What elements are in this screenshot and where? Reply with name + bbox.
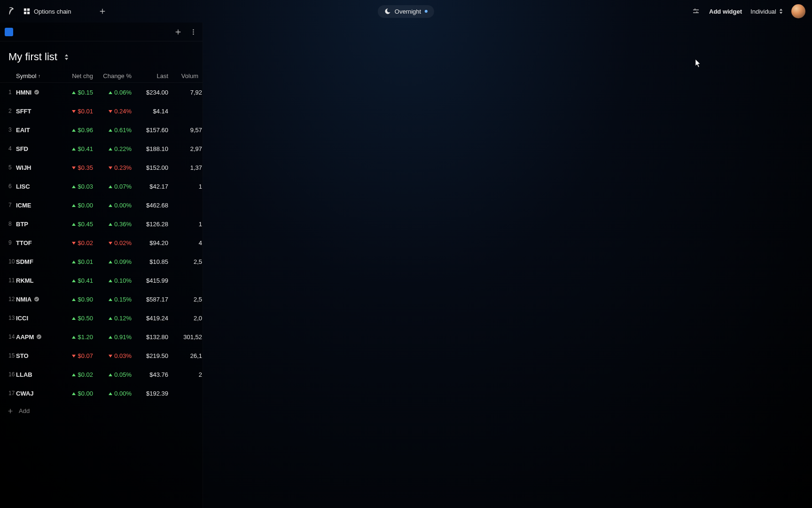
row-index: 1: [0, 89, 16, 95]
table-row[interactable]: 1HMNI$0.150.06%$234.007,92: [0, 83, 203, 102]
table-row[interactable]: 15STO$0.070.03%$219.5026,1: [0, 346, 203, 365]
add-symbol-button[interactable]: Add: [0, 403, 203, 419]
row-netchg: $0.15: [72, 89, 97, 96]
col-header-symbol[interactable]: Symbol ↑: [16, 72, 60, 79]
add-widget-button[interactable]: Add widget: [709, 8, 742, 15]
row-volume: 2,0: [194, 315, 202, 322]
row-volume: 2,5: [194, 296, 202, 303]
row-index: 12: [0, 296, 16, 302]
row-symbol: BTP: [16, 221, 60, 228]
list-header: My first list: [0, 41, 203, 70]
row-last: $587.17: [146, 296, 172, 303]
new-tab-button[interactable]: [97, 6, 108, 17]
row-netchg: $0.01: [72, 258, 97, 265]
row-index: 17: [0, 390, 16, 397]
table-row[interactable]: 16LLAB$0.020.05%$43.762: [0, 365, 203, 384]
row-symbol: SFD: [16, 145, 60, 152]
add-label: Add: [19, 407, 30, 414]
row-volume: 1,37: [190, 164, 202, 171]
row-symbol: ICCI: [16, 315, 60, 322]
table-row[interactable]: 11RKML$0.410.10%$415.99: [0, 271, 203, 290]
row-changepct: 0.06%: [109, 89, 135, 96]
table-row[interactable]: 5WIJH$0.350.23%$152.001,37: [0, 158, 203, 177]
table-row[interactable]: 2SFFT$0.010.24%$4.14: [0, 102, 203, 120]
row-index: 13: [0, 315, 16, 321]
col-header-changepct[interactable]: Change %: [103, 72, 135, 79]
col-header-last[interactable]: Last: [156, 72, 172, 79]
row-changepct: 0.23%: [109, 164, 135, 171]
row-last: $419.24: [146, 315, 172, 322]
tab-options-chain[interactable]: Options chain: [23, 8, 71, 15]
row-netchg: $0.00: [72, 390, 97, 397]
row-last: $132.80: [146, 333, 172, 341]
row-last: $192.39: [146, 390, 172, 397]
row-volume: 2,5: [194, 258, 202, 265]
row-netchg: $0.45: [72, 221, 97, 228]
row-symbol: AAPM: [16, 333, 60, 341]
table-row[interactable]: 4SFD$0.410.22%$188.102,97: [0, 139, 203, 158]
table-row[interactable]: 14AAPM$1.200.91%$132.80301,52: [0, 327, 203, 346]
app-logo-icon[interactable]: [7, 6, 17, 16]
row-changepct: 0.91%: [109, 333, 135, 341]
list-title: My first list: [8, 51, 57, 63]
col-header-volume[interactable]: Volum: [181, 72, 202, 79]
svg-point-4: [193, 29, 194, 30]
row-last: $10.85: [149, 258, 172, 265]
table-row[interactable]: 9TTOF$0.020.02%$94.204: [0, 233, 203, 252]
row-netchg: $1.20: [72, 333, 97, 341]
row-symbol: WIJH: [16, 164, 60, 171]
topbar-right: Add widget Individual: [691, 4, 805, 18]
row-netchg: $0.01: [72, 108, 97, 115]
svg-rect-3: [27, 12, 30, 14]
grid-icon: [23, 8, 30, 15]
row-changepct: 0.07%: [109, 183, 135, 190]
row-volume: 9,57: [190, 127, 202, 134]
row-index: 9: [0, 239, 16, 246]
market-session-chip[interactable]: Overnight: [378, 5, 434, 18]
account-selector[interactable]: Individual: [750, 8, 783, 15]
row-index: 6: [0, 183, 16, 190]
row-index: 15: [0, 352, 16, 359]
row-index: 11: [0, 277, 16, 284]
table-row[interactable]: 12NMIA$0.900.15%$587.172,5: [0, 290, 203, 309]
table-row[interactable]: 17CWAJ$0.000.00%$192.39: [0, 384, 203, 403]
row-last: $234.00: [146, 89, 172, 96]
verified-icon: [37, 334, 41, 339]
session-label: Overnight: [395, 8, 421, 15]
table-row[interactable]: 8BTP$0.450.36%$126.281: [0, 214, 203, 233]
table-row[interactable]: 6LISC$0.030.07%$42.171: [0, 177, 203, 196]
panel-tabstrip: [0, 23, 203, 41]
table-row[interactable]: 13ICCI$0.500.12%$419.242,0: [0, 309, 203, 327]
row-last: $43.76: [149, 371, 172, 378]
table-row[interactable]: 10SDMF$0.010.09%$10.852,5: [0, 252, 203, 271]
topbar: Options chain Overnight Add widget Indiv…: [0, 0, 812, 23]
row-netchg: $0.41: [72, 277, 97, 284]
list-selector-button[interactable]: [62, 52, 71, 62]
row-volume: 7,92: [190, 89, 202, 96]
row-changepct: 0.24%: [109, 108, 135, 115]
row-last: $4.14: [153, 108, 172, 115]
col-header-netchg[interactable]: Net chg: [72, 72, 97, 79]
row-symbol: STO: [16, 352, 60, 359]
row-symbol: RKML: [16, 277, 60, 284]
row-last: $126.28: [146, 221, 172, 228]
row-last: $188.10: [146, 145, 172, 152]
panel-add-button[interactable]: [173, 27, 183, 37]
table-row[interactable]: 3EAIT$0.960.61%$157.609,57: [0, 120, 203, 139]
avatar[interactable]: [791, 4, 805, 18]
row-symbol: SDMF: [16, 258, 60, 265]
row-volume: 301,52: [183, 333, 202, 341]
sort-asc-icon: ↑: [38, 73, 40, 79]
svg-point-6: [193, 33, 194, 34]
row-changepct: 0.05%: [109, 371, 135, 378]
table-row[interactable]: 7ICME$0.000.00%$462.68: [0, 196, 203, 214]
row-last: $157.60: [146, 127, 172, 134]
panel-more-button[interactable]: [188, 27, 198, 37]
layout-settings-button[interactable]: [691, 7, 701, 16]
topbar-center: Overnight: [378, 5, 434, 18]
svg-point-5: [193, 31, 194, 32]
row-netchg: $0.02: [72, 239, 97, 246]
panel-tab-active[interactable]: [5, 28, 13, 36]
row-index: 16: [0, 371, 16, 378]
row-symbol: CWAJ: [16, 390, 60, 397]
